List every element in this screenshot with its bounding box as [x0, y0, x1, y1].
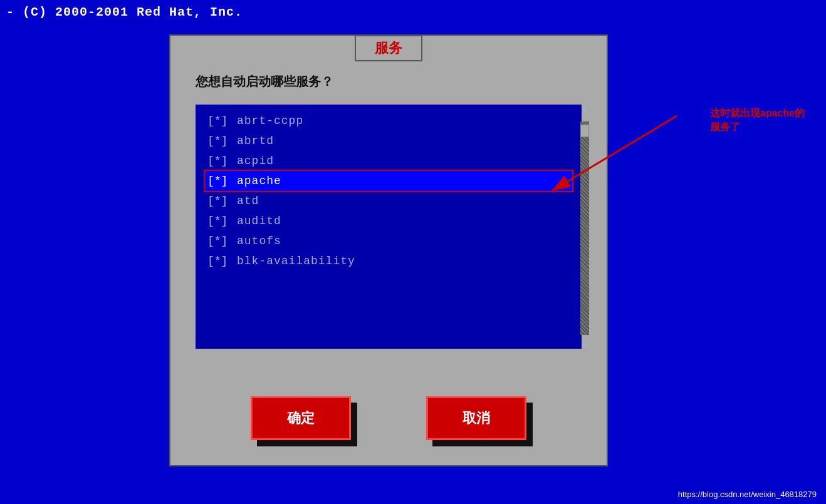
dialog-title-area: 服务 [355, 35, 422, 61]
service-name-auditd: auditd [237, 215, 281, 227]
question-text: 您想自动启动哪些服务？ [196, 73, 333, 90]
service-item-autofs[interactable]: [*]autofs [205, 231, 572, 251]
checkbox-abrt-ccpp: [*] [207, 115, 229, 127]
confirm-button[interactable]: 确定 [251, 396, 351, 440]
scrollbar[interactable]: ↑ ↓ [578, 105, 591, 349]
checkbox-apache: [*] [207, 175, 229, 187]
checkbox-blk-availability: [*] [207, 255, 229, 267]
service-name-blk-availability: blk-availability [237, 255, 355, 267]
scroll-down-icon[interactable]: ↓ [582, 337, 588, 349]
service-name-acpid: acpid [237, 155, 274, 167]
website-url: https://blog.csdn.net/weixin_46818279 [678, 490, 817, 499]
service-item-abrt-ccpp[interactable]: [*]abrt-ccpp [205, 111, 572, 131]
checkbox-acpid: [*] [207, 155, 229, 167]
dialog: 服务 您想自动启动哪些服务？ [*]abrt-ccpp[*]abrtd[*]ac… [169, 34, 608, 466]
service-name-atd: atd [237, 195, 259, 207]
checkbox-autofs: [*] [207, 235, 229, 247]
checkbox-abrtd: [*] [207, 135, 229, 147]
checkbox-atd: [*] [207, 195, 229, 207]
top-bar: - (C) 2000-2001 Red Hat, Inc. [0, 0, 826, 24]
scroll-up-icon[interactable]: ↑ [582, 105, 588, 116]
scroll-thumb[interactable] [580, 125, 589, 137]
buttons-area: 确定 取消 [170, 396, 607, 440]
cancel-button[interactable]: 取消 [426, 396, 526, 440]
checkbox-auditd: [*] [207, 215, 229, 227]
service-item-abrtd[interactable]: [*]abrtd [205, 131, 572, 151]
service-item-acpid[interactable]: [*]acpid [205, 151, 572, 171]
service-item-blk-availability[interactable]: [*]blk-availability [205, 251, 572, 271]
confirm-button-wrapper: 确定 [251, 396, 351, 440]
service-item-apache[interactable]: [*]apache [205, 171, 572, 191]
service-name-apache: apache [237, 175, 281, 187]
dialog-title: 服务 [375, 41, 402, 57]
service-name-autofs: autofs [237, 235, 281, 247]
service-item-atd[interactable]: [*]atd [205, 191, 572, 211]
services-list[interactable]: [*]abrt-ccpp[*]abrtd[*]acpid[*]apache[*]… [196, 105, 582, 349]
service-name-abrt-ccpp: abrt-ccpp [237, 115, 303, 127]
service-item-auditd[interactable]: [*]auditd [205, 211, 572, 231]
cancel-button-wrapper: 取消 [426, 396, 526, 440]
scroll-track[interactable] [580, 121, 589, 335]
top-bar-text: - (C) 2000-2001 Red Hat, Inc. [6, 5, 243, 19]
annotation-text: 这时就出现apache的服务了 [710, 106, 810, 135]
service-name-abrtd: abrtd [237, 135, 274, 147]
